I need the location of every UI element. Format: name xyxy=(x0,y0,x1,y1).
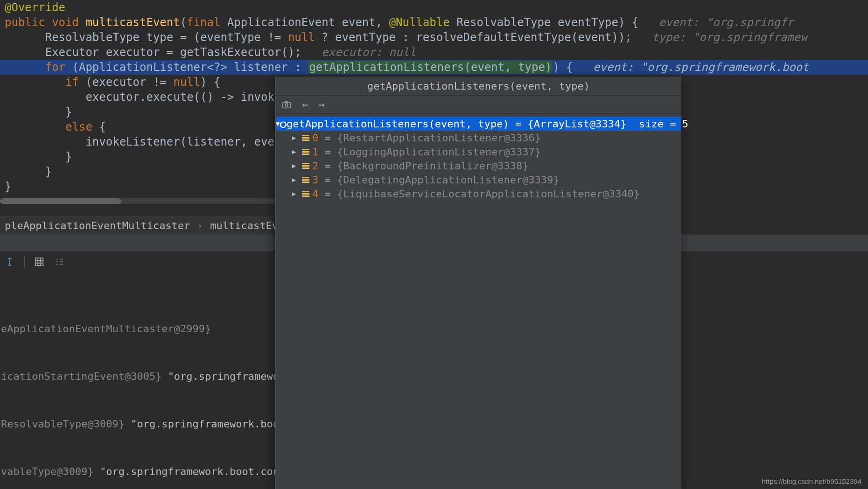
horizontal-scrollbar[interactable] xyxy=(0,198,275,204)
camera-icon[interactable] xyxy=(280,98,293,111)
code-line: ResolvableType type = (eventType != null… xyxy=(0,30,868,45)
tree-root-row[interactable]: ▼ ○○ getApplicationListeners(event, type… xyxy=(276,117,681,131)
item-value: {LiquibaseServiceLocatorApplicationListe… xyxy=(337,188,640,200)
variables-panel[interactable]: eApplicationEventMulticaster@2999} icati… xyxy=(0,289,275,489)
root-expression: getApplicationListeners(event, type) xyxy=(287,118,509,130)
list-icon[interactable] xyxy=(54,256,66,268)
inline-hint: event: xyxy=(573,61,641,74)
code-line: Executor executor = getTaskExecutor(); e… xyxy=(0,45,868,60)
tree-item-row[interactable]: ▶ 1 = {LoggingApplicationListener@3337} xyxy=(276,145,681,159)
array-element-icon xyxy=(302,135,309,141)
tree-item-row[interactable]: ▶ 2 = {BackgroundPreinitializer@3338} xyxy=(276,159,681,173)
text-cursor-icon[interactable] xyxy=(4,256,16,268)
inline-hint: event: xyxy=(638,16,706,29)
array-element-icon xyxy=(302,149,309,155)
item-index: 3 xyxy=(312,174,318,186)
svg-point-2 xyxy=(285,104,288,106)
inline-hint: type: xyxy=(632,31,693,44)
svg-rect-1 xyxy=(283,102,291,108)
svg-rect-0 xyxy=(35,258,43,266)
inline-hint: executor: null xyxy=(301,46,416,59)
disclosure-triangle-icon[interactable]: ▶ xyxy=(289,148,299,155)
annotation: @Override xyxy=(5,1,65,14)
disclosure-triangle-icon[interactable]: ▶ xyxy=(289,190,299,197)
code-line: public void multicastEvent(final Applica… xyxy=(0,15,868,30)
item-value: {BackgroundPreinitializer@3338} xyxy=(337,160,529,172)
item-value: {DelegatingApplicationListener@3339} xyxy=(337,174,560,186)
root-size: size = 5 xyxy=(639,118,688,130)
item-value: {RestartApplicationListener@3336} xyxy=(337,132,541,144)
result-tree[interactable]: ▼ ○○ getApplicationListeners(event, type… xyxy=(276,114,681,201)
item-index: 4 xyxy=(312,188,318,200)
item-value: {LoggingApplicationListener@3337} xyxy=(337,146,541,158)
evaluated-expression[interactable]: getApplicationListeners(event, type) xyxy=(308,61,553,74)
item-index: 0 xyxy=(312,132,318,144)
array-element-icon xyxy=(302,191,309,197)
debug-toolbar xyxy=(0,251,66,272)
chevron-right-icon: › xyxy=(193,221,207,231)
scrollbar-thumb[interactable] xyxy=(0,198,121,204)
back-arrow-icon[interactable]: ← xyxy=(302,98,308,111)
popup-toolbar: ← → xyxy=(276,95,681,114)
tree-item-row[interactable]: ▶ 4 = {LiquibaseServiceLocatorApplicatio… xyxy=(276,187,681,201)
variable-row: ResolvableType@3009} "org.springframewor… xyxy=(0,416,275,432)
watch-icon: ○○ xyxy=(280,118,287,130)
breadcrumb: pleApplicationEventMulticaster › multica… xyxy=(0,216,312,235)
array-element-icon xyxy=(302,177,309,183)
variable-row: vableType@3009} "org.springframework.boo… xyxy=(0,464,275,480)
grid-icon[interactable] xyxy=(33,256,45,268)
code-line-current: for (ApplicationListener<?> listener : g… xyxy=(0,60,868,75)
code-line: @Override xyxy=(0,0,868,15)
forward-arrow-icon[interactable]: → xyxy=(318,98,324,111)
watermark: https://blog.csdn.net/b95152394 xyxy=(762,477,861,485)
item-index: 2 xyxy=(312,160,318,172)
disclosure-triangle-icon[interactable]: ▶ xyxy=(289,176,299,183)
root-value: {ArrayList@3334} xyxy=(528,118,627,130)
disclosure-triangle-icon[interactable]: ▼ xyxy=(276,120,280,127)
variable-row: icationStartingEvent@3005} "org.springfr… xyxy=(0,369,275,384)
array-element-icon xyxy=(302,163,309,169)
evaluate-expression-popup[interactable]: getApplicationListeners(event, type) ← →… xyxy=(275,77,681,489)
tree-item-row[interactable]: ▶ 3 = {DelegatingApplicationListener@333… xyxy=(276,173,681,187)
item-index: 1 xyxy=(312,146,318,158)
disclosure-triangle-icon[interactable]: ▶ xyxy=(289,134,299,141)
divider xyxy=(24,256,25,268)
disclosure-triangle-icon[interactable]: ▶ xyxy=(289,162,299,169)
tree-item-row[interactable]: ▶ 0 = {RestartApplicationListener@3336} xyxy=(276,131,681,145)
variable-row: eApplicationEventMulticaster@2999} xyxy=(0,321,275,337)
breadcrumb-class[interactable]: pleApplicationEventMulticaster xyxy=(2,219,193,232)
popup-title: getApplicationListeners(event, type) xyxy=(276,77,681,95)
